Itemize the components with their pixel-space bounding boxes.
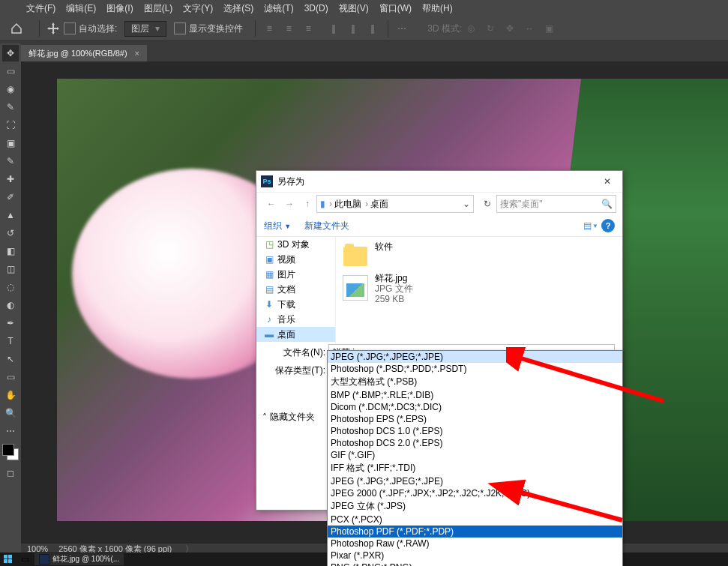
eyedropper-tool[interactable]: ✎ [2,153,19,169]
start-button[interactable] [1,553,15,565]
dodge-tool[interactable]: ◐ [2,297,19,313]
tree-item-pictures[interactable]: ▦图片 [256,267,335,282]
filetype-option[interactable]: JPEG 立体 (*.JPS) [328,499,622,514]
close-button[interactable]: ✕ [592,171,622,192]
layer-select[interactable]: 图层▾ [124,21,166,37]
menu-type[interactable]: 文字(Y) [183,2,213,15]
clone-stamp-tool[interactable]: ▲ [2,207,19,223]
tree-item-3d-objects[interactable]: ◳3D 对象 [256,237,335,252]
filetype-dropdown[interactable]: JPEG (*.JPG;*.JPEG;*.JPE) Photoshop (*.P… [327,350,623,566]
menu-help[interactable]: 帮助(H) [422,2,453,15]
3d-pan-icon[interactable]: ✥ [501,19,519,37]
view-mode-button[interactable]: ▤▼ [582,218,600,233]
close-tab-icon[interactable]: × [135,49,139,58]
filetype-option[interactable]: Photoshop (*.PSD;*.PDD;*.PSDT) [328,363,622,375]
filetype-option[interactable]: JPEG (*.JPG;*.JPEG;*.JPE) [328,351,622,363]
lasso-tool[interactable]: ◉ [2,81,19,97]
filetype-option[interactable]: JPEG 2000 (*.JPF;*.JPX;*.JP2;*.J2C;*.J2K… [328,487,622,499]
filetype-option[interactable]: Pixar (*.PXR) [328,550,622,562]
filetype-option[interactable]: PNG (*.PNG;*.PNG) [328,562,622,566]
breadcrumb-desktop[interactable]: 桌面 [370,198,388,211]
dialog-titlebar[interactable]: Ps 另存为 ✕ [256,171,622,192]
breadcrumb-path[interactable]: ▮ › 此电脑 › 桌面 ⌄ [316,195,474,213]
tree-item-desktop[interactable]: ▬桌面 [256,327,335,342]
pen-tool[interactable]: ✒ [2,315,19,331]
filetype-option[interactable]: BMP (*.BMP;*.RLE;*.DIB) [328,389,622,401]
tree-item-videos[interactable]: ▣视频 [256,252,335,267]
quick-select-tool[interactable]: ✎ [2,99,19,115]
taskbar-app-photoshop[interactable]: 鲜花.jpg @ 100%(... [34,553,124,565]
filetype-option[interactable]: Photoshop EPS (*.EPS) [328,413,622,425]
filetype-option[interactable]: Photoshop Raw (*.RAW) [328,538,622,550]
task-view-button[interactable]: ▭ [18,553,31,565]
frame-tool[interactable]: ▣ [2,135,19,151]
3d-camera-icon[interactable]: ▣ [540,19,558,37]
file-item-image[interactable]: 鲜花.jpg JPG 文件 259 KB [340,273,468,304]
gradient-tool[interactable]: ◫ [2,261,19,277]
eraser-tool[interactable]: ◧ [2,243,19,259]
nav-back-button[interactable]: ← [262,195,280,213]
new-folder-button[interactable]: 新建文件夹 [304,220,349,232]
filetype-option[interactable]: Photoshop DCS 1.0 (*.EPS) [328,425,622,437]
help-button[interactable]: ? [601,219,615,232]
path-dropdown-icon[interactable]: ⌄ [463,199,470,209]
type-tool[interactable]: T [2,333,19,349]
menu-select[interactable]: 选择(S) [223,2,253,15]
align-center-icon[interactable]: ‖ [344,19,362,37]
breadcrumb-pc[interactable]: 此电脑 [334,198,361,211]
filetype-option[interactable]: 大型文档格式 (*.PSB) [328,375,622,389]
healing-brush-tool[interactable]: ✚ [2,171,19,187]
menu-image[interactable]: 图像(I) [106,2,133,15]
3d-roll-icon[interactable]: ↻ [481,19,499,37]
filetype-option-selected[interactable]: Photoshop PDF (*.PDF;*.PDP) [328,526,622,538]
auto-select-checkbox[interactable] [64,22,76,34]
refresh-button[interactable]: ↻ [478,199,496,209]
brush-tool[interactable]: ✐ [2,189,19,205]
marquee-tool[interactable]: ▭ [2,63,19,79]
document-tab[interactable]: 鲜花.jpg @ 100%(RGB/8#) × [21,45,147,62]
organize-menu[interactable]: 组织 ▼ [264,220,291,232]
history-brush-tool[interactable]: ↺ [2,225,19,241]
color-swatches[interactable] [2,444,19,460]
filetype-option[interactable]: JPEG (*.JPG;*.JPEG;*.JPE) [328,475,622,487]
edit-toolbar[interactable]: ⋯ [2,423,19,439]
filetype-option[interactable]: Photoshop DCS 2.0 (*.EPS) [328,437,622,449]
nav-forward-button[interactable]: → [280,195,298,213]
menu-filter[interactable]: 滤镜(T) [264,2,293,15]
file-item-folder[interactable]: 软件 [340,241,468,271]
menu-view[interactable]: 视图(V) [339,2,369,15]
menu-3d[interactable]: 3D(D) [304,3,328,13]
filetype-option[interactable]: Dicom (*.DCM;*.DC3;*.DIC) [328,401,622,413]
align-right-icon[interactable]: ‖ [364,19,382,37]
move-tool[interactable]: ✥ [2,45,19,61]
align-left-icon[interactable]: ‖ [325,19,343,37]
menu-window[interactable]: 窗口(W) [379,2,412,15]
foreground-color[interactable] [2,444,14,456]
blur-tool[interactable]: ◌ [2,279,19,295]
filetype-option[interactable]: PCX (*.PCX) [328,514,622,526]
search-box[interactable]: 搜索"桌面" 🔍 [496,195,616,213]
shape-tool[interactable]: ▭ [2,369,19,385]
hide-folders-toggle[interactable]: ˄ 隐藏文件夹 [262,411,315,424]
tree-item-documents[interactable]: ▤文档 [256,282,335,297]
zoom-tool[interactable]: 🔍 [2,405,19,421]
align-top-icon[interactable]: ≡ [260,19,278,37]
menu-file[interactable]: 文件(F) [26,2,55,15]
filetype-option[interactable]: GIF (*.GIF) [328,449,622,461]
distribute-icon[interactable]: ⋯ [393,19,411,37]
filetype-option[interactable]: IFF 格式 (*.IFF;*.TDI) [328,461,622,475]
move-tool-icon[interactable] [44,19,62,37]
nav-up-button[interactable]: ↑ [298,195,316,213]
home-button[interactable] [6,19,27,37]
file-list[interactable]: 软件 鲜花.jpg JPG 文件 259 KB [336,237,622,343]
show-transform-checkbox[interactable] [174,22,186,34]
menu-edit[interactable]: 编辑(E) [66,2,96,15]
tree-item-downloads[interactable]: ⬇下载 [256,297,335,312]
menu-layer[interactable]: 图层(L) [144,2,173,15]
align-middle-icon[interactable]: ≡ [280,19,298,37]
path-select-tool[interactable]: ↖ [2,351,19,367]
3d-orbit-icon[interactable]: ◎ [462,19,480,37]
3d-slide-icon[interactable]: ↔ [520,19,538,37]
quick-mask-tool[interactable]: ◻ [2,465,19,481]
tree-item-music[interactable]: ♪音乐 [256,312,335,327]
